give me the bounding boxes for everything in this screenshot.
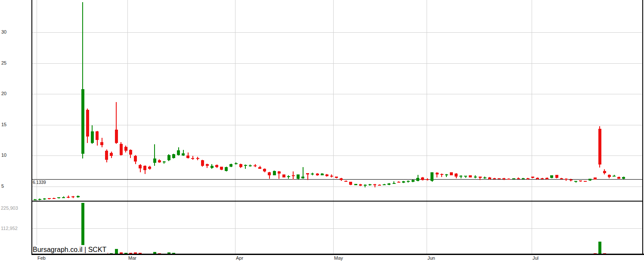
candle-body-up (91, 131, 94, 143)
price-gridline (32, 125, 643, 125)
candle-body-up (57, 197, 60, 198)
candle-body-up (273, 171, 276, 175)
candle-body-down (115, 130, 118, 143)
candle-body-down (67, 197, 70, 198)
candle-body-up (172, 154, 175, 158)
candle-body-down (498, 178, 501, 179)
candle-body-down (436, 173, 439, 174)
bottom-time-axis-line (31, 254, 644, 255)
month-label: Jun (427, 255, 435, 261)
candle-body-down (570, 180, 573, 180)
month-label: Apr (236, 255, 243, 261)
candle-body-up (38, 199, 41, 200)
candle-body-down (215, 165, 218, 167)
candle-body-down (584, 181, 587, 182)
candle-body-down (148, 167, 151, 169)
candle-body-up (474, 177, 477, 177)
candle-body-up (613, 176, 616, 177)
candle-body-up (287, 176, 290, 177)
candle-body-down (86, 110, 89, 136)
month-gridline (427, 0, 427, 254)
candle-body-down (617, 177, 620, 179)
candle-body-down (455, 174, 458, 176)
volume-tick-label: 225,903 (1, 205, 18, 211)
candle-body-down (258, 167, 261, 169)
candle-body-up (368, 184, 372, 185)
candle-body-down (507, 179, 510, 180)
candle-body-up (34, 199, 37, 200)
candle-body-up (402, 181, 405, 183)
price-gridline (32, 186, 643, 187)
candle-body-down (186, 155, 189, 158)
candle-body-down (239, 164, 242, 167)
candle-body-down (53, 198, 56, 199)
candle-body-down (502, 178, 505, 179)
price-gridline (32, 94, 643, 94)
candle-body-down (278, 171, 281, 174)
price-tick-label: 15 (1, 122, 6, 127)
price-tick-label: 30 (1, 29, 6, 35)
candle-body-up (153, 158, 156, 163)
price-tick-label: 5 (1, 183, 4, 189)
candle-body-up (62, 197, 65, 198)
candle-body-down (134, 156, 137, 162)
candle-body-down (325, 174, 328, 176)
month-label: Mar (128, 255, 136, 261)
candle-body-up (354, 184, 357, 185)
candle-body-down (560, 178, 563, 179)
candle-body-up (393, 183, 396, 184)
candle-body-down (359, 184, 362, 186)
candle-body-up (211, 166, 214, 168)
candle-body-down (565, 179, 568, 180)
candle-body-up (177, 150, 180, 155)
candle-body-down (105, 151, 108, 160)
candle-body-up (43, 199, 46, 199)
price-gridline (32, 155, 643, 156)
plot-area: 30252015105225,903112,952FebMarAprMayJun… (0, 0, 644, 261)
candle-body-down (220, 167, 223, 169)
price-tick-label: 20 (1, 91, 6, 96)
candle-body-down (450, 172, 453, 175)
candle-body-down (96, 131, 99, 140)
candle-body-down (421, 177, 424, 180)
candle-body-down (124, 147, 127, 151)
candle-body-down (469, 175, 472, 177)
candle-body-down (71, 196, 74, 197)
candle-body-down (206, 164, 209, 166)
right-border-line (642, 0, 643, 255)
candle-body-down (263, 169, 266, 171)
candle-body-down (330, 176, 333, 177)
candle-body-down (531, 177, 534, 178)
last-price-line (32, 179, 643, 180)
candle-body-up (550, 175, 553, 178)
candle-body-down (541, 178, 544, 179)
candle-body-down (143, 166, 146, 170)
candle-body-down (344, 181, 347, 182)
candle-body-up (459, 176, 462, 177)
candle-body-down (373, 184, 376, 185)
month-gridline (333, 0, 334, 254)
price-volume-separator-line (32, 201, 643, 202)
left-price-axis-line (31, 0, 32, 255)
candle-body-up (407, 181, 410, 182)
candle-body-down (100, 142, 103, 145)
last-price-label: 6.1339 (33, 180, 46, 185)
candle-body-up (522, 178, 525, 179)
candle-body-up (512, 178, 515, 179)
candle-body-down (129, 150, 132, 155)
volume-bar (598, 242, 601, 254)
volume-tick-label: 112,952 (1, 226, 18, 231)
candle-body-up (163, 162, 166, 162)
candle-body-down (555, 175, 558, 178)
price-gridline (32, 32, 643, 33)
month-label: May (334, 255, 343, 261)
candle-body-up (244, 165, 247, 166)
candle-body-up (464, 176, 467, 177)
candlestick-chart: 30252015105225,903112,952FebMarAprMayJun… (0, 0, 644, 261)
candle-body-up (167, 155, 170, 161)
month-label: Jul (533, 255, 539, 261)
candle-body-up (364, 185, 367, 186)
candle-body-up (387, 183, 390, 185)
month-gridline (532, 0, 532, 254)
candle-body-down (440, 174, 443, 175)
